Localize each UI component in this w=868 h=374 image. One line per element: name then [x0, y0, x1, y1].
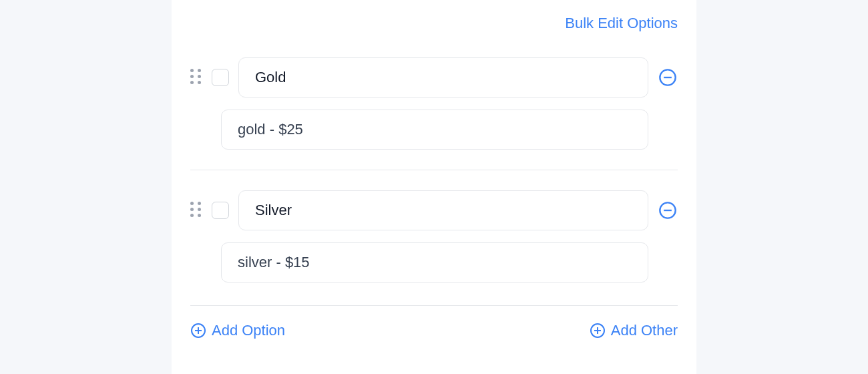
option-checkbox[interactable] — [212, 69, 229, 86]
option-detail-row — [190, 110, 678, 150]
add-option-button[interactable]: Add Option — [190, 322, 285, 339]
bulk-edit-options-button[interactable]: Bulk Edit Options — [565, 15, 678, 32]
option-detail-input[interactable] — [221, 110, 648, 150]
option-detail-input[interactable] — [221, 242, 648, 283]
add-other-button[interactable]: Add Other — [590, 322, 678, 339]
header-row: Bulk Edit Options — [190, 15, 678, 32]
footer-row: Add Option Add Other — [190, 305, 678, 339]
options-panel: Bulk Edit Options — [172, 0, 696, 374]
plus-circle-icon — [590, 323, 606, 339]
option-name-input[interactable] — [238, 57, 648, 98]
plus-circle-icon — [190, 323, 206, 339]
drag-handle-icon[interactable] — [190, 69, 202, 86]
add-other-label: Add Other — [611, 322, 678, 339]
option-checkbox[interactable] — [212, 202, 229, 219]
add-option-label: Add Option — [212, 322, 285, 339]
drag-handle-icon[interactable] — [190, 202, 202, 219]
option-detail-row — [190, 242, 678, 283]
option-row — [190, 51, 678, 170]
minus-circle-icon — [658, 201, 677, 220]
option-main-row — [190, 190, 678, 230]
option-row — [190, 170, 678, 303]
option-main-row — [190, 57, 678, 98]
remove-option-button[interactable] — [658, 200, 678, 220]
minus-circle-icon — [658, 68, 677, 87]
remove-option-button[interactable] — [658, 67, 678, 87]
option-name-input[interactable] — [238, 190, 648, 230]
